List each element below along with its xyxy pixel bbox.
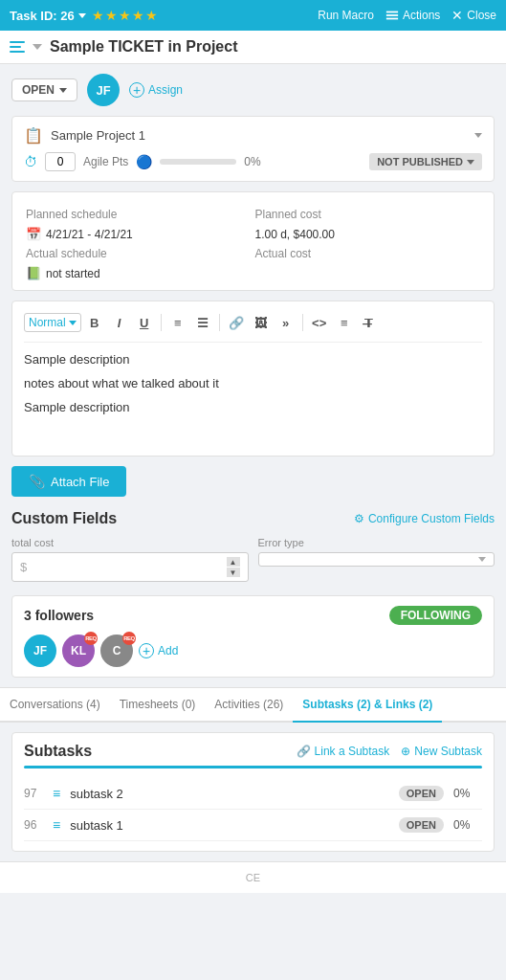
- toolbar-separator-2: [219, 314, 220, 331]
- schedule-card: Planned schedule Planned cost 📅 4/21/21 …: [11, 191, 495, 291]
- spin-buttons[interactable]: ▲ ▼: [227, 557, 240, 577]
- subtasks-title: Subtasks: [24, 743, 92, 760]
- attach-file-area: 📎 Attach File: [11, 466, 495, 497]
- custom-fields-grid: total cost $ ▲ ▼ Error type: [11, 537, 495, 582]
- status-open-badge[interactable]: OPEN: [11, 78, 77, 101]
- configure-custom-fields-link[interactable]: ⚙ Configure Custom Fields: [354, 512, 495, 525]
- error-type-chevron-icon: [478, 557, 486, 562]
- attach-file-button[interactable]: 📎 Attach File: [11, 466, 126, 497]
- following-button[interactable]: FOLLOWING: [389, 606, 482, 625]
- table-row: 97 ≡ subtask 2 OPEN 0%: [24, 778, 482, 810]
- schedule-grid: Planned schedule Planned cost 📅 4/21/21 …: [24, 208, 482, 280]
- toolbar-separator: [161, 314, 162, 331]
- plus-circle-icon: +: [129, 82, 144, 98]
- editor-line-2: notes about what we talked about it: [24, 374, 482, 394]
- star-rating[interactable]: ★★★★★: [92, 8, 159, 23]
- clear-format-button[interactable]: T̶: [358, 311, 381, 334]
- tab-timesheets[interactable]: Timesheets (0): [110, 688, 206, 723]
- add-follower-button[interactable]: + Add: [139, 643, 178, 658]
- subtask-pct-2: 0%: [453, 787, 482, 800]
- project-chevron-icon: [474, 133, 482, 138]
- gear-icon: ⚙: [354, 512, 364, 525]
- custom-fields-title: Custom Fields: [11, 510, 117, 527]
- subtask-id-96: 96: [24, 818, 43, 832]
- align-button[interactable]: ≡: [333, 311, 356, 334]
- editor-line-3: Sample description: [24, 398, 482, 418]
- title-chevron-icon[interactable]: [33, 44, 42, 50]
- agile-pts-label: Agile Pts: [83, 155, 128, 168]
- table-row: 96 ≡ subtask 1 OPEN 0%: [24, 810, 482, 841]
- dollar-icon: $: [20, 560, 27, 574]
- not-published-button[interactable]: NOT PUBLISHED: [369, 153, 482, 170]
- actions-button[interactable]: Actions: [385, 9, 440, 22]
- subtasks-section: Subtasks 🔗 Link a Subtask ⊕ New Subtask …: [11, 732, 495, 852]
- project-card: 📋 Sample Project 1 ⏱ Agile Pts 🔵 0% NOT …: [11, 116, 495, 182]
- agile-pts-input[interactable]: [45, 152, 76, 171]
- tab-conversations[interactable]: Conversations (4): [0, 688, 110, 723]
- follower-avatar-kl[interactable]: KL REQ: [62, 635, 95, 667]
- project-info: 📋 Sample Project 1: [24, 126, 145, 145]
- error-type-field: Error type: [258, 537, 495, 582]
- assign-button[interactable]: + Assign: [129, 82, 183, 98]
- italic-button[interactable]: I: [108, 311, 131, 334]
- subtask-status-badge-1[interactable]: OPEN: [399, 817, 444, 833]
- c-req-badge: REQ: [122, 632, 136, 645]
- subtask-status-badge-2[interactable]: OPEN: [399, 786, 444, 801]
- error-type-label: Error type: [258, 537, 495, 548]
- check-icon: 📗: [26, 266, 41, 280]
- subtasks-area: Subtasks 🔗 Link a Subtask ⊕ New Subtask …: [0, 723, 506, 861]
- bold-button[interactable]: B: [83, 311, 106, 334]
- ordered-list-button[interactable]: ≡: [166, 311, 189, 334]
- image-button[interactable]: 🖼: [250, 311, 273, 334]
- custom-fields-section: Custom Fields ⚙ Configure Custom Fields …: [11, 506, 495, 586]
- project-name: Sample Project 1: [51, 128, 145, 143]
- subtask-list-icon: ≡: [53, 786, 60, 801]
- spin-down-button[interactable]: ▼: [227, 568, 240, 577]
- code-button[interactable]: <>: [308, 311, 331, 334]
- close-button[interactable]: ✕ Close: [451, 8, 496, 23]
- title-bar: [0, 31, 506, 64]
- task-id-chevron-icon[interactable]: [78, 13, 86, 18]
- avatar[interactable]: JF: [87, 74, 120, 106]
- progress-pct-label: 0%: [244, 155, 260, 168]
- total-cost-input[interactable]: [31, 561, 226, 574]
- unordered-list-button[interactable]: ☰: [191, 311, 214, 334]
- svg-rect-1: [386, 14, 398, 16]
- ticket-title-input[interactable]: [50, 38, 496, 56]
- editor-content[interactable]: Sample description notes about what we t…: [24, 350, 482, 446]
- task-id[interactable]: Task ID: 26: [10, 9, 86, 23]
- project-select[interactable]: 📋 Sample Project 1: [24, 126, 482, 145]
- format-select[interactable]: Normal: [24, 313, 81, 332]
- spin-up-button[interactable]: ▲: [227, 557, 240, 567]
- avatars-row: JF KL REQ C REQ + Add: [24, 635, 482, 667]
- total-cost-field: total cost $ ▲ ▼: [11, 537, 249, 582]
- planned-cost-value: 1.00 d, $400.00: [255, 227, 481, 241]
- new-subtask-button[interactable]: ⊕ New Subtask: [401, 745, 482, 758]
- status-chevron-icon: [59, 88, 67, 93]
- list-icon[interactable]: [10, 41, 25, 53]
- underline-button[interactable]: U: [133, 311, 156, 334]
- content-area: OPEN JF + Assign 📋 Sample Project 1 ⏱ Ag…: [0, 64, 506, 687]
- close-icon: ✕: [451, 8, 463, 23]
- subtask-name-1[interactable]: subtask 1: [70, 818, 389, 833]
- custom-fields-header: Custom Fields ⚙ Configure Custom Fields: [11, 510, 495, 527]
- link-subtask-button[interactable]: 🔗 Link a Subtask: [297, 745, 390, 758]
- paperclip-icon: 📎: [29, 474, 45, 489]
- subtask-pct-1: 0%: [453, 818, 482, 832]
- follower-avatar-c[interactable]: C REQ: [100, 635, 133, 667]
- tab-subtasks[interactable]: Subtasks (2) & Links (2): [293, 688, 442, 723]
- plus-icon: ⊕: [401, 745, 410, 758]
- kl-req-badge: REQ: [84, 632, 98, 645]
- toolbar-separator-3: [302, 314, 303, 331]
- run-macro-button[interactable]: Run Macro: [318, 9, 374, 22]
- followers-section: 3 followers FOLLOWING JF KL REQ C REQ + …: [11, 595, 495, 678]
- tab-activities[interactable]: Activities (26): [205, 688, 293, 723]
- footer: CE: [0, 861, 506, 893]
- quote-button[interactable]: »: [275, 311, 297, 334]
- editor-line-1: Sample description: [24, 350, 482, 370]
- error-type-select[interactable]: [258, 552, 495, 567]
- follower-avatar-jf[interactable]: JF: [24, 635, 56, 667]
- subtask-name-2[interactable]: subtask 2: [70, 787, 389, 801]
- editor-card: Normal B I U ≡ ☰ 🔗 🖼 » <> ≡ T̶ Sample de…: [11, 301, 495, 457]
- link-button[interactable]: 🔗: [225, 311, 248, 334]
